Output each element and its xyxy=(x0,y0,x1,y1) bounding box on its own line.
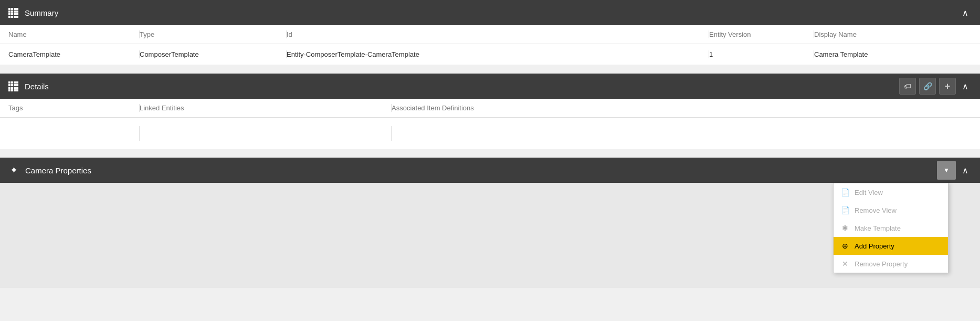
details-title: Details xyxy=(25,82,49,91)
menu-item-edit-view[interactable]: 📄 Edit View xyxy=(834,183,948,201)
menu-label-make-template: Make Template xyxy=(855,224,901,232)
context-menu: 📄 Edit View 📄 Remove View ✱ Make Templat… xyxy=(833,183,949,273)
data-name: CameraTemplate xyxy=(8,50,140,58)
camera-properties-section: ✦ Camera Properties ▼ ∧ 📄 Edit View 📄 Re… xyxy=(0,158,980,288)
summary-section: Summary ∧ Name Type Id Entity Version Di… xyxy=(0,0,980,65)
remove-view-icon: 📄 xyxy=(841,206,849,214)
col-header-name: Name xyxy=(8,30,140,38)
details-collapse-button[interactable]: ∧ xyxy=(959,79,972,94)
details-grid-icon xyxy=(8,81,18,91)
col-header-dn: Display Name xyxy=(814,30,972,38)
grid-icon xyxy=(8,8,18,18)
tag-action-button[interactable]: 🏷 xyxy=(899,78,916,95)
details-header-right: 🏷 🔗 + ∧ xyxy=(899,78,972,95)
data-id: Entity-ComposerTemplate-CameraTemplate xyxy=(287,50,709,58)
data-tags xyxy=(8,126,140,141)
details-table: Tags Linked Entities Associated Item Def… xyxy=(0,99,980,149)
camera-header-left: ✦ Camera Properties xyxy=(8,165,91,175)
menu-item-remove-property[interactable]: ✕ Remove Property xyxy=(834,255,948,273)
summary-title: Summary xyxy=(25,8,58,17)
details-section: Details 🏷 🔗 + ∧ Tags Linked Entities Ass… xyxy=(0,74,980,149)
camera-content-area: 📄 Edit View 📄 Remove View ✱ Make Templat… xyxy=(0,183,980,288)
summary-table-row: CameraTemplate ComposerTemplate Entity-C… xyxy=(0,44,980,65)
camera-collapse-button[interactable]: ∧ xyxy=(959,163,972,178)
camera-properties-header: ✦ Camera Properties ▼ ∧ xyxy=(0,158,980,183)
col-header-ev: Entity Version xyxy=(709,30,814,38)
col-header-linked: Linked Entities xyxy=(140,104,392,112)
camera-header-right: ▼ ∧ xyxy=(937,161,972,180)
menu-label-remove-property: Remove Property xyxy=(855,260,908,268)
data-linked xyxy=(140,126,392,141)
col-header-id: Id xyxy=(287,30,709,38)
col-header-tags: Tags xyxy=(8,104,140,112)
menu-item-remove-view[interactable]: 📄 Remove View xyxy=(834,201,948,219)
data-assoc xyxy=(392,126,972,141)
summary-header: Summary ∧ xyxy=(0,0,980,25)
menu-label-remove-view: Remove View xyxy=(855,206,897,214)
details-header: Details 🏷 🔗 + ∧ xyxy=(0,74,980,99)
camera-dropdown-button[interactable]: ▼ xyxy=(937,161,956,180)
make-template-icon: ✱ xyxy=(841,224,849,232)
summary-table: Name Type Id Entity Version Display Name… xyxy=(0,25,980,65)
menu-label-add-property: Add Property xyxy=(855,242,894,250)
remove-property-icon: ✕ xyxy=(841,260,849,268)
puzzle-icon: ✦ xyxy=(8,165,19,175)
menu-item-make-template[interactable]: ✱ Make Template xyxy=(834,219,948,237)
add-action-button[interactable]: + xyxy=(939,78,956,95)
add-property-icon: ⊕ xyxy=(841,242,849,250)
summary-table-header: Name Type Id Entity Version Display Name xyxy=(0,25,980,44)
link-action-button[interactable]: 🔗 xyxy=(919,78,936,95)
col-header-type: Type xyxy=(140,30,287,38)
details-header-left: Details xyxy=(8,81,49,91)
summary-collapse-button[interactable]: ∧ xyxy=(959,6,972,20)
menu-item-add-property[interactable]: ⊕ Add Property xyxy=(834,237,948,255)
data-entity-version: 1 xyxy=(709,50,814,58)
menu-label-edit-view: Edit View xyxy=(855,189,883,196)
data-display-name: Camera Template xyxy=(814,50,972,58)
summary-header-left: Summary xyxy=(8,8,58,18)
edit-view-icon: 📄 xyxy=(841,188,849,196)
details-table-header: Tags Linked Entities Associated Item Def… xyxy=(0,99,980,118)
camera-properties-title: Camera Properties xyxy=(25,166,91,175)
data-type: ComposerTemplate xyxy=(140,50,287,58)
details-table-row xyxy=(0,118,980,149)
summary-header-right: ∧ xyxy=(959,6,972,20)
col-header-assoc: Associated Item Definitions xyxy=(392,104,972,112)
